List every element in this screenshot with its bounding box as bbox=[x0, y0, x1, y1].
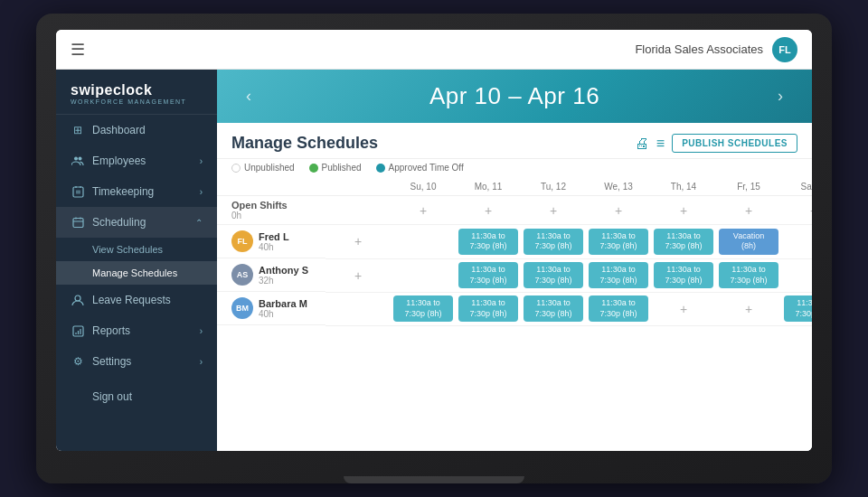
open-shifts-tu[interactable]: + bbox=[521, 196, 586, 225]
barbara-sa[interactable]: 11:30a to7:30p (8h) bbox=[781, 292, 812, 325]
fred-tu-shift[interactable]: 11:30a to7:30p (8h) bbox=[524, 229, 583, 255]
fred-fr[interactable]: Vacation(8h) bbox=[716, 225, 781, 259]
anthony-th[interactable]: 11:30a to7:30p (8h) bbox=[651, 258, 716, 292]
anthony-tu[interactable]: 11:30a to7:30p (8h) bbox=[521, 258, 586, 292]
barbara-mo-shift[interactable]: 11:30a to7:30p (8h) bbox=[458, 295, 518, 322]
sidebar-item-timekeeping[interactable]: Timekeeping › bbox=[56, 176, 217, 207]
dashboard-icon: ⊞ bbox=[71, 123, 85, 137]
print-icon[interactable]: 🖨 bbox=[635, 136, 649, 152]
svg-point-1 bbox=[79, 157, 82, 161]
prev-week-button[interactable]: ‹ bbox=[239, 87, 259, 106]
open-shifts-label-cell: Open Shifts 0h bbox=[217, 196, 326, 225]
sidebar-item-settings[interactable]: ⚙ Settings › bbox=[56, 346, 217, 377]
calendar-title: Apr 10 – Apr 16 bbox=[429, 82, 599, 110]
add-shift-anthony[interactable]: + bbox=[354, 269, 362, 282]
fred-su bbox=[391, 225, 456, 259]
open-shifts-fr[interactable]: + bbox=[716, 196, 781, 225]
legend-approved-time-off: Approved Time Off bbox=[376, 163, 464, 173]
next-week-button[interactable]: › bbox=[770, 87, 790, 106]
hamburger-icon[interactable]: ☰ bbox=[71, 40, 85, 60]
sidebar-item-signout[interactable]: Sign out bbox=[56, 382, 217, 411]
anthony-fr-shift[interactable]: 11:30a to7:30p (8h) bbox=[719, 262, 778, 288]
fred-info-cell: FL Fred L 40h bbox=[217, 225, 326, 258]
open-shifts-mo[interactable]: + bbox=[456, 196, 521, 225]
add-shift-mo-open[interactable]: + bbox=[485, 204, 492, 217]
add-shift-we-open[interactable]: + bbox=[615, 204, 622, 217]
legend-published: Published bbox=[309, 163, 362, 173]
barbara-mo[interactable]: 11:30a to7:30p (8h) bbox=[456, 292, 521, 325]
publish-schedules-button[interactable]: PUBLISH SCHEDULES bbox=[672, 134, 797, 153]
fred-th[interactable]: 11:30a to7:30p (8h) bbox=[651, 225, 716, 259]
anthony-fr[interactable]: 11:30a to7:30p (8h) bbox=[716, 258, 781, 292]
add-shift-sa-open[interactable]: + bbox=[810, 204, 812, 217]
barbara-hours: 40h bbox=[259, 309, 307, 319]
fred-we[interactable]: 11:30a to7:30p (8h) bbox=[586, 225, 651, 259]
add-shift-su-open[interactable]: + bbox=[420, 204, 427, 217]
anthony-th-shift[interactable]: 11:30a to7:30p (8h) bbox=[654, 262, 713, 288]
add-shift-fred[interactable]: + bbox=[354, 235, 362, 248]
fred-name: Fred L bbox=[259, 231, 289, 242]
svg-point-0 bbox=[74, 157, 78, 161]
legend-published-label: Published bbox=[322, 163, 362, 173]
open-shifts-we[interactable]: + bbox=[586, 196, 651, 225]
fred-tu[interactable]: 11:30a to7:30p (8h) bbox=[521, 225, 586, 259]
barbara-info: Barbara M 40h bbox=[259, 298, 307, 319]
anthony-plus[interactable]: + bbox=[326, 258, 391, 292]
sidebar-subitem-manage-schedules[interactable]: Manage Schedules bbox=[56, 261, 217, 285]
top-bar: ☰ Florida Sales Associates FL bbox=[56, 30, 812, 70]
barbara-th[interactable]: + bbox=[651, 292, 716, 325]
barbara-sa-shift[interactable]: 11:30a to7:30p (8h) bbox=[784, 295, 812, 322]
sidebar-item-label: Employees bbox=[92, 155, 200, 167]
chevron-down-icon: › bbox=[200, 187, 203, 197]
barbara-su-shift[interactable]: 11:30a to7:30p (8h) bbox=[393, 295, 453, 322]
sidebar-item-leave-requests[interactable]: Leave Requests bbox=[56, 285, 217, 315]
sidebar-item-dashboard[interactable]: ⊞ Dashboard bbox=[56, 115, 217, 145]
fred-we-shift[interactable]: 11:30a to7:30p (8h) bbox=[589, 229, 648, 255]
add-shift-tu-open[interactable]: + bbox=[550, 204, 557, 217]
barbara-tu[interactable]: 11:30a to7:30p (8h) bbox=[521, 292, 586, 325]
anthony-name: Anthony S bbox=[259, 265, 308, 276]
anthony-mo-shift[interactable]: 11:30a to7:30p (8h) bbox=[458, 262, 518, 288]
add-shift-fr-open[interactable]: + bbox=[745, 204, 752, 217]
logo-text: swipeclock bbox=[71, 82, 203, 98]
sidebar: swipeclock WORKFORCE MANAGEMENT ⊞ Dashbo… bbox=[56, 70, 217, 451]
anthony-info: Anthony S 32h bbox=[259, 265, 308, 286]
anthony-su bbox=[391, 258, 456, 292]
fred-mo-shift[interactable]: 11:30a to7:30p (8h) bbox=[458, 229, 518, 255]
company-avatar: FL bbox=[772, 37, 797, 62]
open-shifts-hours: 0h bbox=[231, 211, 323, 220]
legend-unpublished-label: Unpublished bbox=[244, 163, 295, 173]
filter-icon[interactable]: ≡ bbox=[656, 136, 665, 152]
fred-fr-vacation[interactable]: Vacation(8h) bbox=[719, 229, 778, 255]
sidebar-item-label: Sign out bbox=[71, 390, 203, 403]
sidebar-item-label: Reports bbox=[92, 324, 200, 337]
anthony-tu-shift[interactable]: 11:30a to7:30p (8h) bbox=[524, 262, 583, 288]
anthony-we[interactable]: 11:30a to7:30p (8h) bbox=[586, 258, 651, 292]
fred-mo[interactable]: 11:30a to7:30p (8h) bbox=[456, 225, 521, 259]
open-shifts-su[interactable]: + bbox=[391, 196, 456, 225]
schedule-panel: Manage Schedules 🖨 ≡ PUBLISH SCHEDULES U… bbox=[217, 123, 812, 451]
barbara-we[interactable]: 11:30a to7:30p (8h) bbox=[586, 292, 651, 325]
sidebar-item-reports[interactable]: Reports › bbox=[56, 315, 217, 346]
sidebar-subitem-view-schedules[interactable]: View Schedules bbox=[56, 238, 217, 261]
add-shift-barbara-fr[interactable]: + bbox=[745, 303, 752, 315]
barbara-plus bbox=[326, 292, 391, 325]
schedule-grid: Su, 10 Mo, 11 Tu, 12 We, 13 Th, 14 Fr, 1… bbox=[217, 178, 812, 326]
anthony-mo[interactable]: 11:30a to7:30p (8h) bbox=[456, 258, 521, 292]
unpublished-indicator bbox=[231, 164, 241, 173]
add-shift-th-open[interactable]: + bbox=[680, 204, 687, 217]
barbara-tu-shift[interactable]: 11:30a to7:30p (8h) bbox=[524, 295, 583, 322]
barbara-we-shift[interactable]: 11:30a to7:30p (8h) bbox=[589, 295, 648, 322]
open-shifts-sa[interactable]: + bbox=[781, 196, 812, 225]
sidebar-item-label: Timekeeping bbox=[92, 185, 200, 198]
sidebar-item-label: Leave Requests bbox=[92, 294, 203, 306]
open-shifts-th[interactable]: + bbox=[651, 196, 716, 225]
anthony-we-shift[interactable]: 11:30a to7:30p (8h) bbox=[589, 262, 648, 288]
sidebar-item-scheduling[interactable]: Scheduling ⌃ bbox=[56, 207, 217, 238]
barbara-su[interactable]: 11:30a to7:30p (8h) bbox=[391, 292, 456, 325]
barbara-fr[interactable]: + bbox=[716, 292, 781, 325]
add-shift-barbara-th[interactable]: + bbox=[680, 303, 687, 315]
sidebar-item-employees[interactable]: Employees › bbox=[56, 145, 217, 176]
fred-th-shift[interactable]: 11:30a to7:30p (8h) bbox=[654, 229, 713, 255]
fred-plus[interactable]: + bbox=[326, 225, 391, 259]
